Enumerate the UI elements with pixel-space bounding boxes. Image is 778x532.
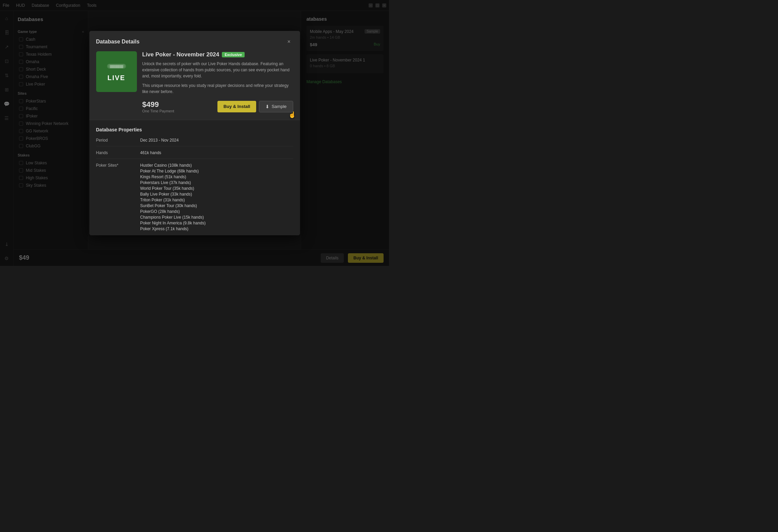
site-item: Bally Live Poker (33k hands) (140, 192, 293, 197)
site-item: Pokerstars Live (37k hands) (140, 180, 293, 185)
sample-btn-wrap: ⬇ Sample ☝ (259, 101, 293, 112)
poker-chips-icon: ▓▓▓▓▓▓▓▓ (106, 61, 127, 71)
price-block: $499 One Time Payment (142, 100, 174, 113)
modal-bottom-section: Database Properties Period Dec 2013 - No… (89, 120, 300, 235)
sites-value: Hustler Casino (108k hands)Poker At The … (140, 163, 293, 232)
hands-label: Hands (96, 150, 140, 155)
product-icon: ▓▓▓▓▓▓▓▓ LIVE (96, 51, 137, 92)
product-name: Live Poker - November 2024 (142, 51, 219, 58)
period-label: Period (96, 138, 140, 143)
download-icon: ⬇ (265, 104, 269, 109)
site-item: Poker Xpress (7.1k hands) (140, 226, 293, 231)
site-item: World Poker Tour (35k hands) (140, 186, 293, 191)
db-prop-sites: Poker Sites* Hustler Casino (108k hands)… (96, 163, 293, 235)
modal-title: Database Details (96, 39, 140, 45)
db-props-title: Database Properties (96, 127, 293, 132)
modal-header: Database Details × (96, 38, 293, 46)
product-desc1: Unlock the secrets of poker with our Liv… (142, 61, 293, 79)
site-item: SunBet Poker Tour (30k hands) (140, 203, 293, 208)
product-desc2: This unique resource lets you study real… (142, 82, 293, 95)
purchase-buttons: Buy & Install ⬇ Sample ☝ (217, 101, 293, 112)
live-label: LIVE (107, 74, 125, 82)
site-item: PokerGO (28k hands) (140, 209, 293, 214)
price-amount: $499 (142, 100, 174, 109)
database-details-modal: Database Details × ▓▓▓▓▓▓▓▓ LIVE Live Po… (89, 31, 300, 235)
period-value: Dec 2013 - Nov 2024 (140, 138, 293, 143)
buy-install-button[interactable]: Buy & Install (217, 101, 257, 112)
svg-text:▓▓▓▓▓▓▓▓: ▓▓▓▓▓▓▓▓ (110, 65, 123, 68)
product-details: Live Poker - November 2024 Exclusive Unl… (142, 51, 293, 113)
product-name-row: Live Poker - November 2024 Exclusive (142, 51, 293, 58)
sites-label: Poker Sites* (96, 163, 140, 232)
modal-purchase: $499 One Time Payment Buy & Install ⬇ Sa… (142, 100, 293, 113)
db-prop-period: Period Dec 2013 - Nov 2024 (96, 138, 293, 146)
site-item: Triton Poker (31k hands) (140, 198, 293, 202)
site-item: Poker At The Lodge (68k hands) (140, 169, 293, 173)
modal-top-section: Database Details × ▓▓▓▓▓▓▓▓ LIVE Live Po… (89, 31, 300, 120)
price-label: One Time Payment (142, 109, 174, 113)
site-item: Hustler Casino (108k hands) (140, 163, 293, 168)
hands-value: 461k hands (140, 150, 293, 155)
site-item: Poker Night In America (9.8k hands) (140, 221, 293, 225)
site-item: Kings Resort (51k hands) (140, 175, 293, 179)
db-prop-hands: Hands 461k hands (96, 150, 293, 159)
sample-button[interactable]: ⬇ Sample (259, 101, 293, 112)
exclusive-badge: Exclusive (222, 52, 245, 57)
modal-product: ▓▓▓▓▓▓▓▓ LIVE Live Poker - November 2024… (96, 51, 293, 113)
site-item: Champions Poker Live (15k hands) (140, 215, 293, 220)
modal-close-button[interactable]: × (285, 38, 293, 46)
